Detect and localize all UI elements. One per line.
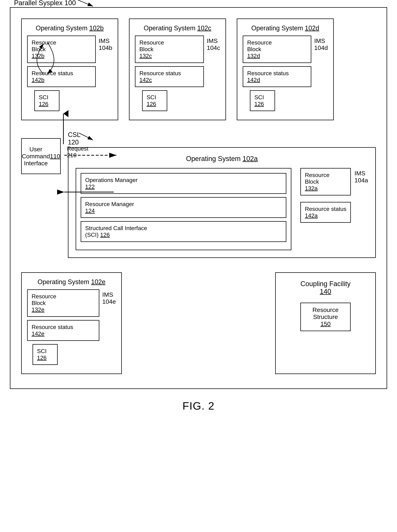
svg-line-1 [72,0,93,6]
os-box-102b: Operating System 102b ResourceBlock132b … [21,18,118,120]
sci-126-102c: SCI126 [142,90,167,111]
uci-box: UserCommandInterface110 [21,138,61,174]
sci-126-102e: SCI126 [32,344,58,365]
os-102b-inner: ResourceBlock132b Resource status142b SC… [27,36,112,114]
coupling-facility-box: Coupling Facility140 ResourceStructure15… [275,272,376,374]
sci-126-102b: SCI126 [34,90,59,111]
os-box-102d: Operating System 102d ResourceBlock132d … [237,18,334,120]
parallel-sysplex-label: Parallel Sysplex 100 [14,0,76,7]
sci-126-102d: SCI126 [250,90,275,111]
ims-104a-label: IMS104a [354,170,368,184]
figure-label: FIG. 2 [10,400,387,412]
ims-col-102a: ResourceBlock132a Resource status142a [300,168,351,226]
os-102e-inner: ResourceBlock132e Resource status142e SC… [27,289,116,368]
os-102d-components: ResourceBlock132d Resource status142d SC… [243,36,311,114]
resource-block-132c: ResourceBlock132c [135,36,204,63]
request-label: Request210 [67,145,88,159]
ims-104b-label: IMS104b [99,37,112,51]
os-102e-title: Operating System 102e [27,278,116,286]
csl-label: CSL120 [68,131,376,146]
os-102a-inner: Operations Manager122 Resource Manager12… [76,168,368,250]
top-os-row: Operating System 102b ResourceBlock132b … [21,18,376,120]
ims-104e-label: IMS104e [102,291,116,305]
ims-104c-label: IMS104c [207,37,220,51]
os-102d-title: Operating System 102d [243,24,328,32]
os-102e-components: ResourceBlock132e Resource status142e SC… [27,289,99,368]
coupling-facility-title: Coupling Facility140 [283,280,368,296]
csl-arrow [79,133,97,142]
resource-status-142b: Resource status142b [27,66,96,87]
resource-status-142a: Resource status142a [300,202,351,223]
operations-manager-122: Operations Manager122 [81,173,286,194]
os-102a-box: Operating System 102a Operations Manager… [68,147,376,258]
os-102a-title: Operating System 102a [76,155,368,163]
ims-104d-label: IMS104d [314,37,328,51]
os-box-102c: Operating System 102c ResourceBlock132c … [129,18,226,120]
os-102b-title: Operating System 102b [27,24,112,32]
resource-status-142d: Resource status142d [243,66,311,87]
csl-components-block: Operations Manager122 Resource Manager12… [76,168,291,250]
resource-status-142e: Resource status142e [27,320,99,341]
os-102d-inner: ResourceBlock132d Resource status142d SC… [243,36,328,114]
resource-structure-150: ResourceStructure150 [300,303,351,331]
sysplex-arrow [72,0,100,8]
os-102c-title: Operating System 102c [135,24,220,32]
os-box-102e: Operating System 102e ResourceBlock132e … [21,272,122,374]
svg-line-4 [79,133,93,140]
os-102b-components: ResourceBlock132b Resource status142b SC… [27,36,96,114]
resource-block-132a: ResourceBlock132a [300,168,351,195]
bottom-section: Operating System 102e ResourceBlock132e … [21,272,376,374]
resource-manager-124: Resource Manager124 [81,197,286,218]
resource-block-132b: ResourceBlock132b [27,36,96,63]
resource-block-132d: ResourceBlock132d [243,36,311,63]
ims-block-102a: ResourceBlock132a Resource status142a IM… [300,168,368,226]
resource-block-132e: ResourceBlock132e [27,289,99,317]
csl-outer: CSL120 Operating System 102a Oper [68,131,376,258]
middle-section: Request210 UserCommandInterface110 CSL12… [21,131,376,258]
os-102c-components: ResourceBlock132c Resource status142c SC… [135,36,204,114]
sci-126-102a: Structured Call Interface(SCI) 126 [81,221,286,242]
os-102c-inner: ResourceBlock132c Resource status142c SC… [135,36,220,114]
resource-status-142c: Resource status142c [135,66,204,87]
main-diagram-border: Parallel Sysplex 100 Operating System 10… [10,7,387,389]
